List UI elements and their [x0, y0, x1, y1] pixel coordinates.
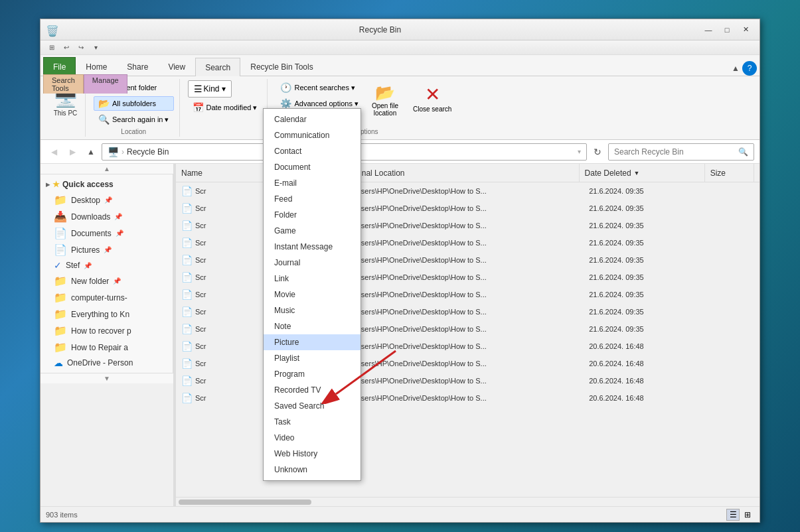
sidebar-scroll-up[interactable]: ▲: [40, 164, 173, 174]
open-file-location-button[interactable]: 📂 Open filelocation: [366, 80, 404, 120]
ribbon-collapse-button[interactable]: ▲: [732, 64, 740, 73]
qat-more-button[interactable]: ▾: [90, 42, 102, 54]
view-buttons: ☰ ⊞: [726, 509, 754, 521]
dropdown-item-recorded-tv[interactable]: Recorded TV: [264, 382, 360, 398]
dropdown-item-unknown[interactable]: Unknown: [264, 462, 360, 478]
minimize-button[interactable]: —: [700, 23, 717, 36]
date-modified-button[interactable]: 📅 Date modified ▾: [188, 100, 262, 115]
sidebar-item-stef[interactable]: ✓ Stef 📌: [40, 258, 173, 273]
close-button[interactable]: ✕: [737, 23, 754, 36]
forward-button[interactable]: ▶: [64, 144, 80, 160]
file-cell-location: C:\Users\HP\OneDrive\Desktop\How to S...: [341, 360, 584, 367]
dropdown-item-picture[interactable]: Picture: [264, 334, 360, 350]
close-search-button[interactable]: ✕ Close search: [407, 80, 457, 116]
dropdown-item-contact[interactable]: Contact: [264, 143, 360, 159]
tiles-view-button[interactable]: ⊞: [741, 509, 754, 521]
sidebar-item-desktop[interactable]: 📁 Desktop 📌: [40, 192, 173, 208]
desktop-folder-icon: 📁: [54, 194, 67, 206]
sidebar-container: ▲ ▶ ★ Quick access 📁 Desktop 📌: [40, 164, 173, 506]
quick-access-star: ★: [52, 180, 60, 189]
sidebar-item-new-folder[interactable]: 📁 New folder 📌: [40, 273, 173, 289]
sidebar-item-documents[interactable]: 📄 Documents 📌: [40, 225, 173, 241]
back-button[interactable]: ◀: [46, 144, 62, 160]
col-header-size[interactable]: Size: [705, 164, 754, 182]
sidebar-item-downloads[interactable]: 📥 Downloads 📌: [40, 208, 173, 225]
maximize-button[interactable]: □: [718, 23, 736, 36]
tab-manage-context[interactable]: Manage: [84, 74, 127, 94]
dropdown-item-feed[interactable]: Feed: [264, 191, 360, 207]
dropdown-item-program[interactable]: Program: [264, 366, 360, 382]
documents-icon: 📄: [54, 227, 67, 239]
file-name: Scr: [195, 222, 206, 230]
dropdown-item-email[interactable]: E-mail: [264, 175, 360, 191]
tab-file[interactable]: File: [43, 57, 76, 76]
sidebar-section-quick-access[interactable]: ▶ ★ Quick access: [40, 177, 173, 192]
qat-redo-button[interactable]: ↪: [75, 42, 87, 54]
sidebar-item-label: Desktop: [71, 196, 100, 205]
scrollbar-thumb[interactable]: [179, 499, 311, 505]
qat-undo-button[interactable]: ↩: [60, 42, 72, 54]
file-cell-location: C:\Users\HP\OneDrive\Desktop\How to S...: [341, 342, 584, 350]
sidebar-item-everything-to[interactable]: 📁 Everything to Kn: [40, 306, 173, 322]
tab-view[interactable]: View: [158, 57, 195, 76]
sidebar-item-how-to-repair[interactable]: 📁 How to Repair a: [40, 339, 173, 356]
file-name: Scr: [195, 256, 206, 264]
tab-share[interactable]: Share: [117, 57, 158, 76]
tab-home[interactable]: Home: [76, 57, 117, 76]
dropdown-item-folder[interactable]: Folder: [264, 207, 360, 223]
recent-searches-label: Recent searches ▾: [294, 84, 355, 92]
tab-recycle-bin-tools[interactable]: Recycle Bin Tools: [240, 57, 323, 76]
col-header-location[interactable]: Original Location: [339, 164, 579, 182]
pin-icon: 📌: [104, 246, 112, 253]
dropdown-item-music[interactable]: Music: [264, 302, 360, 318]
recent-searches-icon: 🕐: [280, 82, 291, 93]
sidebar-scroll-down[interactable]: ▼: [40, 373, 173, 383]
refresh-button[interactable]: ↻: [590, 144, 605, 160]
dropdown-item-communication[interactable]: Communication: [264, 127, 360, 143]
dropdown-item-link[interactable]: Link: [264, 271, 360, 287]
main-content: ▲ ▶ ★ Quick access 📁 Desktop 📌: [40, 164, 760, 506]
file-cell-date: 21.6.2024. 09:35: [584, 325, 710, 333]
dropdown-item-note[interactable]: Note: [264, 318, 360, 334]
dropdown-item-saved-search[interactable]: Saved Search: [264, 398, 360, 414]
dropdown-item-playlist[interactable]: Playlist: [264, 350, 360, 366]
sidebar-item-label: Pictures: [71, 245, 100, 255]
dropdown-item-video[interactable]: Video: [264, 430, 360, 446]
file-cell-location: C:\Users\HP\OneDrive\Desktop\How to S...: [341, 187, 584, 195]
tab-search-tools-context[interactable]: Search Tools: [43, 74, 84, 94]
sidebar-item-pictures[interactable]: 📄 Pictures 📌: [40, 241, 173, 258]
dropdown-item-calendar[interactable]: Calendar: [264, 111, 360, 127]
dropdown-item-journal[interactable]: Journal: [264, 255, 360, 271]
sidebar-item-label: Downloads: [71, 212, 110, 222]
file-cell-date: 21.6.2024. 09:35: [584, 187, 710, 195]
sidebar-item-how-to-recover[interactable]: 📁 How to recover p: [40, 322, 173, 339]
search-again-button[interactable]: 🔍 Search again in ▾: [94, 112, 174, 127]
up-button[interactable]: ▲: [83, 144, 99, 160]
details-view-button[interactable]: ☰: [726, 509, 740, 521]
dropdown-item-instant-message[interactable]: Instant Message: [264, 239, 360, 255]
ribbon-content: 🖥️ This PC 📁 Current folder 📂: [40, 76, 760, 140]
date-modified-label: Date modified ▾: [206, 103, 258, 112]
dropdown-item-movie[interactable]: Movie: [264, 287, 360, 302]
sidebar-item-computer-turns[interactable]: 📁 computer-turns-: [40, 289, 173, 306]
file-icon: 📄: [181, 237, 193, 248]
all-subfolders-button[interactable]: 📂 All subfolders: [94, 96, 174, 111]
tab-search[interactable]: Search: [195, 58, 240, 76]
search-input[interactable]: [614, 147, 736, 157]
dropdown-item-game[interactable]: Game: [264, 223, 360, 239]
sidebar-item-onedrive[interactable]: ☁ OneDrive - Person: [40, 356, 173, 370]
file-cell-date: 21.6.2024. 09:35: [584, 308, 710, 316]
help-button[interactable]: ?: [742, 61, 757, 76]
recent-searches-button[interactable]: 🕐 Recent searches ▾: [276, 80, 363, 95]
file-cell-date: 21.6.2024. 09:35: [584, 256, 710, 264]
dropdown-item-document[interactable]: Document: [264, 159, 360, 175]
dropdown-item-web-history[interactable]: Web History: [264, 446, 360, 462]
pin-icon: 📌: [84, 262, 92, 269]
downloads-icon: 📥: [54, 210, 67, 223]
search-bar[interactable]: 🔍: [608, 143, 754, 161]
horizontal-scrollbar[interactable]: [176, 497, 760, 506]
dropdown-item-task[interactable]: Task: [264, 414, 360, 430]
qat-properties-button[interactable]: ⊞: [46, 42, 58, 54]
kind-button[interactable]: ☰ Kind ▾: [188, 80, 232, 98]
col-header-date[interactable]: Date Deleted ▼: [580, 164, 705, 182]
